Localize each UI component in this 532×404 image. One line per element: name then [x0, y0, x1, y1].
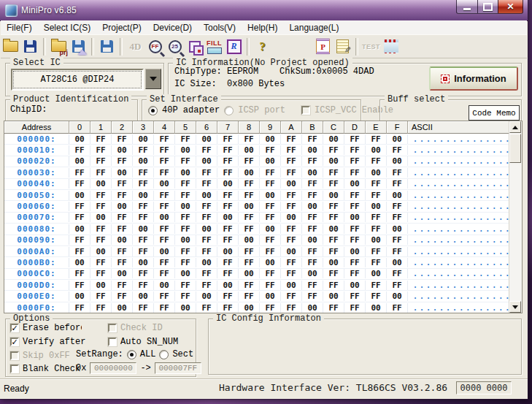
- byte-cell[interactable]: FF: [302, 281, 323, 290]
- byte-cell[interactable]: 00: [133, 291, 154, 301]
- byte-cell[interactable]: FF: [260, 179, 281, 188]
- byte-cell[interactable]: 00: [344, 179, 366, 188]
- byte-cell[interactable]: FF: [366, 281, 387, 290]
- byte-cell[interactable]: 00: [260, 156, 281, 166]
- close-button[interactable]: ✕: [498, 0, 523, 14]
- byte-cell[interactable]: FF: [344, 156, 366, 166]
- byte-cell[interactable]: FF: [344, 303, 366, 313]
- byte-cell[interactable]: 00: [90, 213, 112, 222]
- byte-cell[interactable]: FF: [90, 235, 112, 245]
- byte-cell[interactable]: FF: [260, 235, 281, 245]
- byte-cell[interactable]: 00: [366, 235, 387, 245]
- byte-cell[interactable]: FF: [69, 213, 90, 222]
- ic-test-button[interactable]: [381, 37, 401, 56]
- byte-cell[interactable]: FF: [175, 179, 196, 188]
- selected-ic-display[interactable]: AT28C16 @DIP24: [11, 69, 144, 91]
- byte-cell[interactable]: 00: [323, 224, 344, 234]
- byte-cell[interactable]: FF: [133, 179, 154, 188]
- byte-cell[interactable]: FF: [344, 258, 366, 267]
- byte-cell[interactable]: 00: [323, 191, 344, 200]
- byte-cell[interactable]: 00: [196, 224, 217, 234]
- byte-cell[interactable]: 00: [302, 168, 323, 178]
- column-header-9[interactable]: 9: [260, 121, 281, 134]
- byte-cell[interactable]: 00: [239, 168, 260, 178]
- byte-cell[interactable]: FF: [239, 156, 260, 166]
- byte-cell[interactable]: FF: [217, 303, 239, 313]
- byte-cell[interactable]: 00: [196, 134, 217, 144]
- column-header-a[interactable]: A: [281, 121, 302, 134]
- column-header-f[interactable]: F: [387, 121, 408, 134]
- auto-sn-option[interactable]: Auto SN_NUM: [108, 337, 178, 347]
- save-file-button[interactable]: [20, 37, 40, 56]
- byte-cell[interactable]: FF: [281, 224, 302, 234]
- byte-cell[interactable]: 00: [196, 258, 217, 267]
- byte-cell[interactable]: FF: [281, 134, 302, 144]
- byte-cell[interactable]: FF: [239, 291, 260, 301]
- byte-cell[interactable]: FF: [281, 145, 302, 155]
- byte-cell[interactable]: 00: [112, 202, 133, 211]
- byte-cell[interactable]: FF: [260, 213, 281, 222]
- byte-cell[interactable]: 00: [133, 258, 154, 267]
- byte-cell[interactable]: FF: [323, 202, 344, 211]
- byte-cell[interactable]: 00: [217, 247, 239, 256]
- menu-item-helph[interactable]: Help(H): [242, 22, 283, 34]
- byte-cell[interactable]: FF: [133, 145, 154, 155]
- byte-cell[interactable]: FF: [112, 291, 133, 301]
- adapter-radio[interactable]: [148, 106, 158, 115]
- byte-cell[interactable]: 00: [112, 168, 133, 178]
- byte-cell[interactable]: FF: [366, 134, 387, 144]
- table-row[interactable]: 0000F0:FFFF00FFFF00FFFF00FFFF00FFFF00FF.…: [4, 302, 509, 313]
- byte-cell[interactable]: FF: [387, 235, 408, 245]
- byte-cell[interactable]: FF: [387, 247, 408, 256]
- byte-cell[interactable]: 00: [239, 303, 260, 313]
- fill-buffer-button[interactable]: FILL: [204, 37, 224, 56]
- hex-editor[interactable]: Address0123456789ABCDEFASCII 000000:00FF…: [4, 121, 523, 313]
- byte-cell[interactable]: FF: [112, 281, 133, 290]
- table-row[interactable]: 0000C0:FFFF00FFFF00FFFF00FFFF00FFFF00FF.…: [4, 269, 509, 280]
- byte-cell[interactable]: 00: [302, 269, 323, 278]
- menu-item-projectp[interactable]: Project(P): [96, 22, 147, 34]
- byte-cell[interactable]: 00: [196, 291, 217, 301]
- byte-cell[interactable]: FF: [323, 235, 344, 245]
- byte-cell[interactable]: FF: [239, 281, 260, 290]
- byte-cell[interactable]: FF: [154, 224, 175, 234]
- byte-cell[interactable]: FF: [175, 191, 196, 200]
- byte-cell[interactable]: FF: [112, 134, 133, 144]
- byte-cell[interactable]: 00: [387, 134, 408, 144]
- byte-cell[interactable]: 00: [239, 145, 260, 155]
- byte-cell[interactable]: FF: [133, 303, 154, 313]
- byte-cell[interactable]: 00: [387, 258, 408, 267]
- byte-cell[interactable]: FF: [112, 179, 133, 188]
- byte-cell[interactable]: 00: [69, 258, 90, 267]
- open-file-button[interactable]: [1, 37, 20, 56]
- byte-cell[interactable]: FF: [239, 247, 260, 256]
- byte-cell[interactable]: 00: [69, 134, 90, 144]
- byte-cell[interactable]: 00: [90, 281, 112, 290]
- byte-cell[interactable]: FF: [239, 179, 260, 188]
- blank-check-option[interactable]: Blank Check: [10, 364, 80, 374]
- byte-cell[interactable]: FF: [323, 281, 344, 290]
- byte-cell[interactable]: 00: [260, 258, 281, 267]
- byte-cell[interactable]: 00: [323, 156, 344, 166]
- byte-cell[interactable]: FF: [175, 156, 196, 166]
- byte-cell[interactable]: FF: [175, 247, 196, 256]
- byte-cell[interactable]: 00: [387, 291, 408, 301]
- byte-cell[interactable]: FF: [175, 281, 196, 290]
- byte-cell[interactable]: FF: [366, 224, 387, 234]
- byte-cell[interactable]: FF: [281, 168, 302, 178]
- byte-cell[interactable]: 00: [154, 213, 175, 222]
- byte-cell[interactable]: FF: [281, 202, 302, 211]
- byte-cell[interactable]: FF: [239, 258, 260, 267]
- table-row[interactable]: 0000B0:00FFFF00FFFF00FFFF00FFFF00FFFF00.…: [4, 257, 509, 268]
- byte-cell[interactable]: 00: [133, 156, 154, 166]
- help-button[interactable]: ?: [252, 37, 272, 56]
- code-memo-tab[interactable]: Code Memo: [469, 105, 520, 121]
- table-row[interactable]: 000000:00FFFF00FFFF00FFFF00FFFF00FFFF00.…: [4, 134, 509, 145]
- byte-cell[interactable]: FF: [387, 168, 408, 178]
- maximize-button[interactable]: [477, 0, 498, 14]
- byte-cell[interactable]: FF: [387, 179, 408, 188]
- menu-item-languagel[interactable]: Language(L): [283, 22, 344, 34]
- byte-cell[interactable]: 00: [366, 202, 387, 211]
- byte-cell[interactable]: FF: [260, 247, 281, 256]
- edit-buffer-button[interactable]: [333, 37, 352, 56]
